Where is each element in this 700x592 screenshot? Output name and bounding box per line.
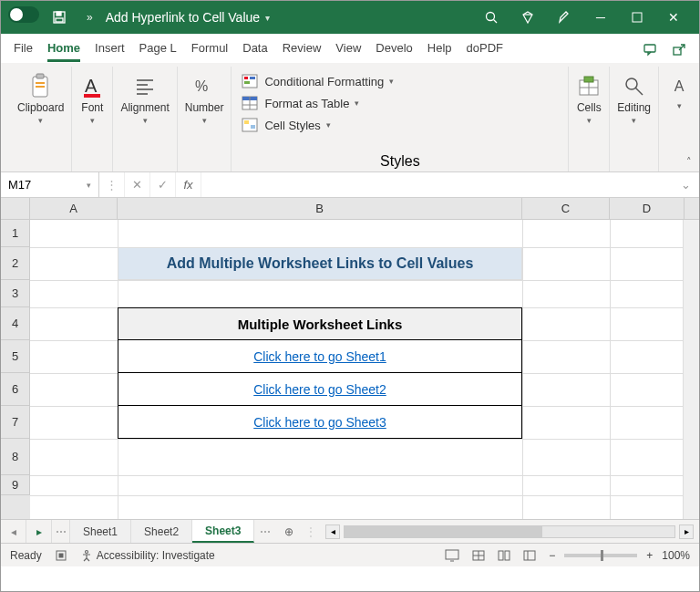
zoom-in-icon[interactable]: + [646,549,653,562]
tab-dopdf[interactable]: doPDF [459,36,510,62]
vertical-scrollbar[interactable] [683,220,699,519]
number-button[interactable]: % Number ▾ [185,74,224,125]
diamond-icon[interactable] [510,1,546,34]
add-sheet-button[interactable]: ⊕ [276,525,302,538]
accessibility-icon[interactable]: Accessibility: Investigate [80,549,215,562]
tab-developer[interactable]: Develo [368,36,419,62]
zoom-control[interactable]: − + 100% [549,549,690,562]
svg-rect-40 [59,554,63,557]
row-header[interactable]: 1 [1,220,30,247]
macro-icon[interactable] [55,549,67,562]
row-header[interactable]: 7 [1,406,30,439]
view-normal-icon[interactable] [472,550,485,561]
sheet-divider: ⋮ [302,525,320,538]
cells-button[interactable]: Cells ▾ [576,74,602,125]
clipboard-label: Clipboard [17,101,64,114]
maximize-button[interactable] [619,1,655,34]
hyperlink-cell[interactable]: Click here to go Sheet1 [118,340,522,373]
cancel-icon[interactable]: ✕ [125,172,150,197]
svg-rect-8 [633,13,642,22]
row-header[interactable]: 4 [1,307,30,340]
close-button[interactable]: ✕ [655,1,692,34]
hscroll-right-icon[interactable]: ▸ [679,524,694,539]
sheet-tab-bar: ◂ ▸ ⋯ Sheet1 Sheet2 Sheet3 ⋯ ⊕ ⋮ ◂ ▸ [1,519,699,543]
row-header[interactable]: 5 [1,340,30,373]
view-page-layout-icon[interactable] [498,550,510,561]
sheet-tab-active[interactable]: Sheet3 [192,520,254,543]
svg-rect-31 [244,120,249,124]
sheet-overflow-icon[interactable]: ⋯ [254,525,276,538]
brush-icon[interactable] [546,1,582,34]
row-header[interactable]: 3 [1,280,30,307]
row-header[interactable]: 9 [1,475,30,495]
ribbon-collapse-icon[interactable]: ˄ [686,156,692,168]
fx-icon[interactable]: fx [176,172,201,197]
table-header-cell[interactable]: Multiple Worksheet Links [118,307,522,340]
tab-insert[interactable]: Insert [88,36,132,62]
tab-review[interactable]: Review [275,36,329,62]
cells-area[interactable]: Add Multiple Worksheet Links to Cell Val… [30,220,683,519]
cell-styles-button[interactable]: Cell Styles ▾ [241,114,559,136]
formula-expand-icon[interactable]: ⌄ [681,178,699,192]
hyperlink-cell[interactable]: Click here to go Sheet3 [118,406,522,439]
select-all-corner[interactable] [1,198,30,219]
zoom-level[interactable]: 100% [662,549,690,562]
tab-file[interactable]: File [6,36,40,62]
alignment-button[interactable]: Alignment ▾ [120,74,169,125]
col-header-b[interactable]: B [118,198,522,219]
tab-formulas[interactable]: Formul [184,36,235,62]
overflow-button[interactable]: A ▾ [666,74,692,110]
chevron-down-icon: ▾ [355,99,359,108]
title-cell[interactable]: Add Multiple Worksheet Links to Cell Val… [118,247,522,280]
formula-dropdown[interactable]: ⋮ [99,172,125,197]
chevron-down-icon: ▾ [38,116,43,125]
conditional-formatting-button[interactable]: Conditional Formatting ▾ [241,70,559,92]
cond-fmt-icon [241,73,259,89]
row-header[interactable]: 2 [1,247,30,280]
comments-icon[interactable] [635,36,664,62]
save-icon[interactable] [41,1,77,34]
tab-home[interactable]: Home [40,36,88,62]
hscroll-left-icon[interactable]: ◂ [325,524,340,539]
display-settings-icon[interactable] [445,549,459,562]
ribbon: Clipboard ▾ A Font ▾ Alignment ▾ [1,63,699,172]
minimize-button[interactable]: ─ [582,1,619,34]
name-box[interactable]: M17 ▾ [1,172,99,197]
col-header-c[interactable]: C [522,198,610,219]
view-page-break-icon[interactable] [523,550,536,561]
format-as-table-button[interactable]: Format as Table ▾ [241,92,559,114]
editing-button[interactable]: Editing ▾ [617,74,651,125]
chevron-right-icon[interactable]: » [87,11,93,24]
sheet-tab[interactable]: Sheet1 [70,520,131,543]
autosave-toggle[interactable] [8,6,41,28]
hyperlink-cell[interactable]: Click here to go Sheet2 [118,373,522,406]
cell-styles-label: Cell Styles [264,119,320,132]
spreadsheet-grid: A B C D 1 2 3 4 5 6 7 8 9 [1,198,699,519]
confirm-icon[interactable]: ✓ [150,172,176,197]
table-icon [241,95,259,111]
tab-page-layout[interactable]: Page L [132,36,184,62]
tab-help[interactable]: Help [420,36,459,62]
font-button[interactable]: A Font ▾ [79,74,105,125]
sheet-tab[interactable]: Sheet2 [131,520,192,543]
tab-data[interactable]: Data [235,36,274,62]
svg-rect-4 [56,18,63,22]
col-header-d[interactable]: D [610,198,685,219]
row-header[interactable]: 6 [1,373,30,406]
document-title: Add Hyperlink to Cell Value [106,10,260,25]
title-dropdown-icon[interactable]: ▾ [265,13,270,23]
chevron-down-icon: ▾ [389,77,394,86]
share-icon[interactable] [664,36,694,62]
alignment-label: Alignment [120,101,169,114]
zoom-slider[interactable] [564,554,637,557]
row-header[interactable]: 8 [1,439,30,475]
search-icon[interactable] [473,1,510,34]
sheet-nav-prev[interactable]: ◂ [1,520,26,543]
sheet-nav-more[interactable]: ⋯ [52,520,70,543]
sheet-nav-next[interactable]: ▸ [26,520,52,543]
col-header-a[interactable]: A [30,198,118,219]
horizontal-scrollbar[interactable]: ◂ ▸ [320,524,699,539]
tab-view[interactable]: View [328,36,368,62]
zoom-out-icon[interactable]: − [549,549,555,562]
clipboard-button[interactable]: Clipboard ▾ [17,74,64,125]
